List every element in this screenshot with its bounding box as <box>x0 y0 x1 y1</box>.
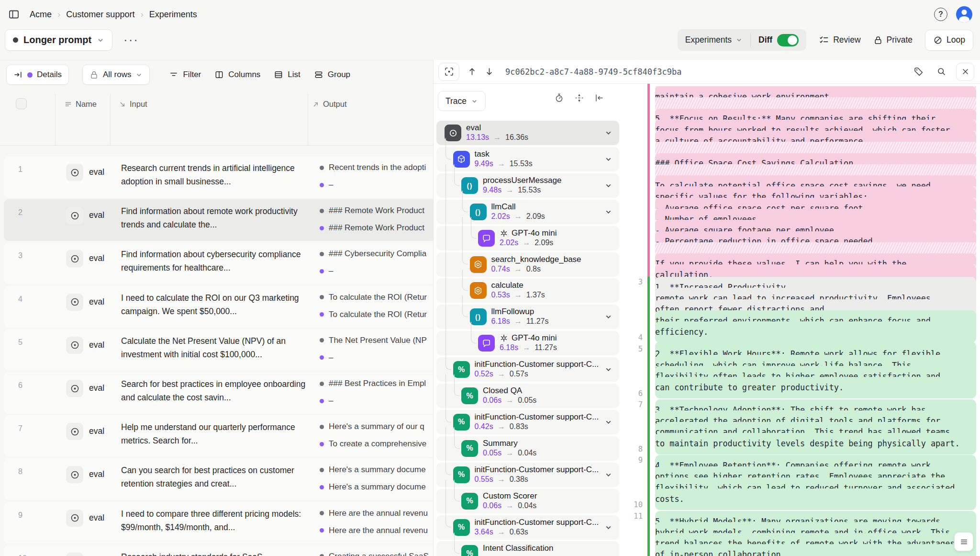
chevron-down-icon[interactable] <box>604 182 612 190</box>
timing-icon[interactable] <box>554 93 564 103</box>
row-number: 6 <box>18 381 22 390</box>
trace-span-row[interactable]: % Custom Scorer 0.06s → 0.04s <box>436 489 619 513</box>
select-all-checkbox[interactable] <box>16 98 27 109</box>
score-span-icon: % <box>461 387 478 404</box>
search-icon[interactable] <box>933 64 949 80</box>
trace-span-row[interactable]: search_knowledge_base 0.74s → 0.8s <box>436 252 619 277</box>
chevron-down-icon[interactable] <box>604 365 612 374</box>
row-number: 4 <box>18 295 22 304</box>
span-name: search_knowledge_base <box>491 255 581 264</box>
collapse-rows-icon[interactable] <box>574 93 584 103</box>
private-button[interactable]: Private <box>873 35 913 45</box>
diff-output-view[interactable]: maintain a cohesive work environment.5. … <box>615 84 980 556</box>
prev-row-icon[interactable] <box>463 63 480 80</box>
trace-span-row[interactable]: calculate 0.53s → 1.37s <box>436 278 619 303</box>
trace-span-row[interactable]: % Closed QA 0.06s → 0.05s <box>436 384 619 408</box>
row-output-primary: ### Cybersecurity Complia <box>320 249 433 259</box>
tool-span-icon <box>470 282 487 299</box>
row-output-primary: Recent trends in the adopti <box>320 163 433 172</box>
trace-span-row[interactable]: % initFunction-Customer support-C... 0.4… <box>436 410 619 434</box>
diff-toggle[interactable] <box>777 34 799 46</box>
output-bullet-icon <box>320 338 324 342</box>
sidebar-toggle-icon[interactable] <box>7 7 21 22</box>
trace-span-row[interactable]: % initFunction-Customer support-C... 0.5… <box>436 463 619 487</box>
more-menu-button[interactable]: ··· <box>123 33 139 47</box>
breadcrumb-project[interactable]: Customer support <box>63 8 137 22</box>
score-span-icon: % <box>461 493 478 510</box>
trace-span-row[interactable]: () llmFollowup 6.18s → 11.27s <box>436 305 619 329</box>
help-icon[interactable]: ? <box>934 8 947 21</box>
trace-view-selector[interactable]: Trace <box>438 91 486 111</box>
table-row[interactable]: 1 eval Research current trends in artifi… <box>4 156 433 198</box>
output-bullet-icon <box>320 312 324 317</box>
table-row[interactable]: 4 eval I need to calculate the ROI on ou… <box>4 286 433 328</box>
table-row[interactable]: 5 eval Calculate the Net Present Value (… <box>4 329 433 371</box>
trace-span-row[interactable]: % initFunction-Customer support-C... 0.5… <box>436 357 619 382</box>
chevron-down-icon[interactable] <box>604 523 612 532</box>
review-button[interactable]: Review <box>819 35 860 45</box>
output-bullet-icon <box>320 382 324 386</box>
group-button[interactable]: Group <box>314 70 350 79</box>
span-name: llmCall <box>491 202 516 212</box>
experiment-picker[interactable]: Longer prompt <box>5 29 112 51</box>
trace-span-row[interactable]: () processUserMessage 9.48s → 15.53s <box>436 173 619 198</box>
trace-span-row[interactable]: % Summary 0.05s → 0.04s <box>436 436 619 461</box>
column-header-output[interactable]: Output <box>312 100 347 109</box>
trace-span-row[interactable]: eval 13.13s → 16.36s <box>436 121 619 145</box>
column-header-name[interactable]: Name <box>64 100 97 109</box>
columns-button[interactable]: Columns <box>214 70 260 79</box>
diff-removed-line <box>655 142 976 153</box>
span-name: initFunction-Customer support-C... <box>475 465 599 475</box>
rows-filter-button[interactable]: All rows <box>82 65 150 85</box>
table-row[interactable]: 10 eval Research industry standards for … <box>4 545 433 556</box>
expand-fullscreen-icon[interactable] <box>438 63 459 81</box>
arrow-right-icon: → <box>506 186 513 194</box>
view-selector[interactable]: Experiments <box>678 29 750 51</box>
filter-button[interactable]: Filter <box>169 70 201 79</box>
tag-icon[interactable] <box>910 64 926 80</box>
group-icon <box>314 70 323 79</box>
list-button[interactable]: List <box>274 70 300 79</box>
breadcrumb-section[interactable]: Experiments <box>146 8 200 22</box>
diff-added-bar <box>647 277 650 556</box>
chevron-down-icon[interactable] <box>604 313 612 321</box>
avatar[interactable] <box>956 6 972 23</box>
chevron-down-icon[interactable] <box>604 129 612 137</box>
diff-menu-button[interactable] <box>954 532 973 551</box>
trace-span-row[interactable]: GPT-4o mini 2.02s → 2.09s <box>436 226 619 250</box>
span-name: Custom Scorer <box>483 491 537 501</box>
arrow-right-icon: → <box>506 396 513 405</box>
row-input: I need to compare three different pricin… <box>121 507 312 534</box>
arrow-right-icon: → <box>498 475 505 484</box>
chevron-down-icon[interactable] <box>604 471 612 479</box>
table-row[interactable]: 9 eval I need to compare three different… <box>4 502 433 544</box>
view-segment: Experiments Diff <box>678 29 806 51</box>
close-icon[interactable] <box>956 63 974 81</box>
trace-span-row[interactable]: task 9.49s → 15.53s <box>436 147 619 171</box>
table-row[interactable]: 8 eval Can you search for best practices… <box>4 458 433 500</box>
details-button[interactable]: Details <box>6 65 69 85</box>
breadcrumb-org[interactable]: Acme <box>27 8 55 22</box>
table-row[interactable]: 7 eval Help me understand our quarterly … <box>4 415 433 457</box>
table-row[interactable]: 3 eval Find information about cybersecur… <box>4 242 433 284</box>
next-row-icon[interactable] <box>480 63 498 80</box>
chevron-down-icon[interactable] <box>604 418 612 426</box>
chevron-down-icon[interactable] <box>604 208 612 216</box>
output-bullet-icon <box>320 295 324 299</box>
trace-span-row[interactable]: % initFunction-Customer support-C... 3.6… <box>436 515 619 540</box>
row-output-compare: – <box>320 353 433 363</box>
row-output-primary: To calculate the ROI (Retur <box>320 293 433 302</box>
loop-button[interactable]: Loop <box>925 30 973 51</box>
trace-span-row[interactable]: () llmCall 2.02s → 2.09s <box>436 200 619 224</box>
trace-span-row[interactable]: % Intent Classification <box>436 541 619 556</box>
table-row[interactable]: 2 eval Find information about remote wor… <box>4 199 433 241</box>
eval-icon <box>66 294 83 311</box>
collapse-panel-icon[interactable] <box>594 93 604 103</box>
trace-span-row[interactable]: GPT-4o mini 6.18s → 11.27s <box>436 331 619 355</box>
arrow-right-icon: → <box>498 422 505 431</box>
row-name: eval <box>89 210 104 220</box>
column-header-input[interactable]: Input <box>119 100 147 109</box>
chevron-down-icon[interactable] <box>604 155 612 163</box>
eval-icon <box>66 207 83 224</box>
table-row[interactable]: 6 eval Search for best practices in empl… <box>4 372 433 414</box>
